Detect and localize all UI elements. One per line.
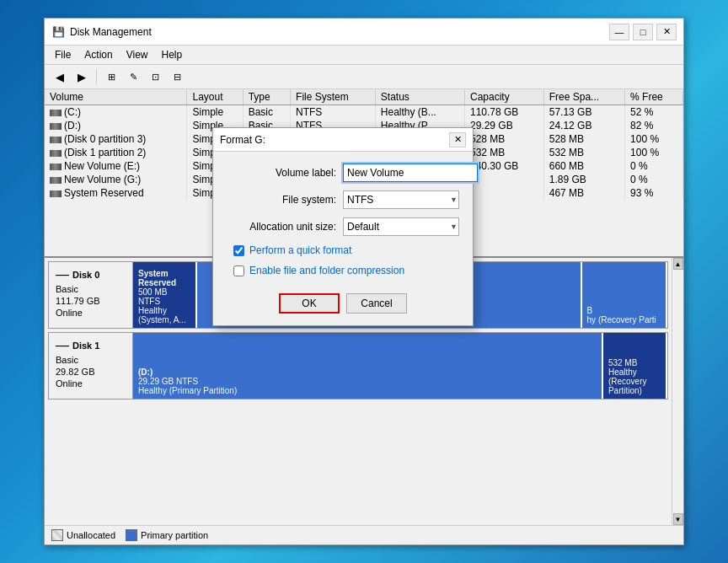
toolbar-btn-2[interactable]: ✎	[123, 67, 143, 86]
col-status: Status	[375, 89, 464, 105]
disk-1-partitions: (D:) 29.29 GB NTFS Healthy (Primary Part…	[133, 333, 667, 399]
dialog-close-button[interactable]: ✕	[449, 132, 466, 147]
disk-1-part-1[interactable]: 532 MB Healthy (Recovery Partition)	[603, 333, 667, 399]
legend-unallocated-label: Unallocated	[67, 530, 115, 540]
minimize-button[interactable]: —	[609, 24, 629, 40]
volume-label-row: Volume label:	[227, 164, 459, 182]
file-system-select[interactable]: NTFS FAT32 exFAT ReFS	[343, 190, 459, 209]
format-dialog: Format G: ✕ Volume label: File system: N…	[212, 127, 474, 326]
menu-action[interactable]: Action	[78, 47, 119, 62]
back-button[interactable]: ◀	[50, 67, 70, 86]
vertical-scrollbar[interactable]: ▲ ▼	[672, 258, 683, 525]
disk-0-name: Disk 0	[72, 270, 99, 280]
toolbar-btn-3[interactable]: ⊡	[145, 67, 165, 86]
col-volume: Volume	[45, 89, 187, 105]
toolbar-btn-4[interactable]: ⊟	[167, 67, 187, 86]
compression-label[interactable]: Enable file and folder compression	[249, 265, 404, 276]
col-type: Type	[243, 89, 290, 105]
disk-0-part-2[interactable]: B hy (Recovery Parti	[582, 262, 667, 328]
menu-view[interactable]: View	[120, 47, 155, 62]
dialog-title-bar: Format G: ✕	[213, 128, 473, 152]
legend-unallocated: Unallocated	[51, 529, 115, 541]
toolbar-btn-1[interactable]: ⊞	[101, 67, 121, 86]
file-system-label: File system:	[227, 194, 336, 206]
legend-primary: Primary partition	[126, 529, 208, 541]
window-controls: — □ ✕	[609, 24, 677, 40]
col-layout: Layout	[187, 89, 243, 105]
disk-1-name: Disk 1	[72, 340, 99, 351]
cancel-button[interactable]: Cancel	[346, 293, 407, 314]
title-bar: 💾 Disk Management — □ ✕	[45, 19, 683, 46]
disk-0-part-0[interactable]: System Reserved 500 MB NTFS Healthy (Sys…	[133, 262, 197, 328]
close-button[interactable]: ✕	[656, 24, 677, 40]
legend: Unallocated Primary partition	[45, 525, 683, 544]
disk-0-type: Basic	[56, 284, 126, 294]
volume-label-input[interactable]	[343, 164, 478, 182]
allocation-label: Allocation unit size:	[227, 221, 336, 233]
disk-0-status: Online	[56, 308, 126, 318]
maximize-button[interactable]: □	[633, 24, 653, 40]
legend-box-unallocated	[51, 529, 63, 541]
quick-format-label[interactable]: Perform a quick format	[249, 244, 351, 256]
disk-1-type: Basic	[56, 355, 126, 365]
scroll-down[interactable]: ▼	[673, 513, 683, 525]
file-system-row: File system: NTFS FAT32 exFAT ReFS ▼	[227, 190, 459, 209]
quick-format-row: Perform a quick format	[227, 244, 459, 256]
forward-button[interactable]: ▶	[72, 67, 92, 86]
disk-0-label: — Disk 0 Basic 111.79 GB Online	[49, 262, 133, 328]
legend-primary-label: Primary partition	[141, 530, 208, 540]
col-free: Free Spa...	[543, 89, 624, 105]
menu-bar: File Action View Help	[45, 46, 683, 65]
menu-file[interactable]: File	[48, 47, 78, 62]
file-system-select-wrapper: NTFS FAT32 exFAT ReFS ▼	[343, 190, 459, 209]
allocation-select[interactable]: Default 512 1024 2048 4096	[343, 217, 459, 236]
app-icon: 💾	[51, 25, 65, 39]
disk-0-size: 111.79 GB	[56, 296, 126, 306]
col-filesystem: File System	[291, 89, 376, 105]
compression-row: Enable file and folder compression	[227, 265, 459, 276]
dialog-body: Volume label: File system: NTFS FAT32 ex…	[213, 152, 473, 287]
legend-box-primary	[126, 529, 137, 541]
scroll-up[interactable]: ▲	[673, 258, 683, 270]
disk-1-part-0[interactable]: (D:) 29.29 GB NTFS Healthy (Primary Part…	[133, 333, 603, 399]
ok-button[interactable]: OK	[279, 293, 340, 314]
volume-label-text: Volume label:	[227, 167, 336, 179]
dialog-title: Format G:	[220, 134, 265, 146]
col-capacity: Capacity	[464, 89, 543, 105]
disk-1-status: Online	[56, 378, 126, 389]
dialog-button-area: OK Cancel	[213, 287, 473, 325]
quick-format-checkbox[interactable]	[233, 245, 244, 256]
window-title: Disk Management	[70, 26, 152, 38]
menu-help[interactable]: Help	[155, 47, 190, 62]
allocation-select-wrapper: Default 512 1024 2048 4096 ▼	[343, 217, 459, 236]
col-pct: % Free	[625, 89, 683, 105]
toolbar: ◀ ▶ ⊞ ✎ ⊡ ⊟	[45, 65, 683, 89]
table-row[interactable]: (C:) Simple Basic NTFS Healthy (B... 110…	[45, 105, 683, 120]
disk-1-size: 29.82 GB	[56, 367, 126, 377]
compression-checkbox[interactable]	[233, 265, 244, 276]
disk-1-label: — Disk 1 Basic 29.82 GB Online	[49, 333, 133, 399]
disk-1-row: — Disk 1 Basic 29.82 GB Online (D:) 29.2…	[48, 332, 668, 399]
allocation-row: Allocation unit size: Default 512 1024 2…	[227, 217, 459, 236]
